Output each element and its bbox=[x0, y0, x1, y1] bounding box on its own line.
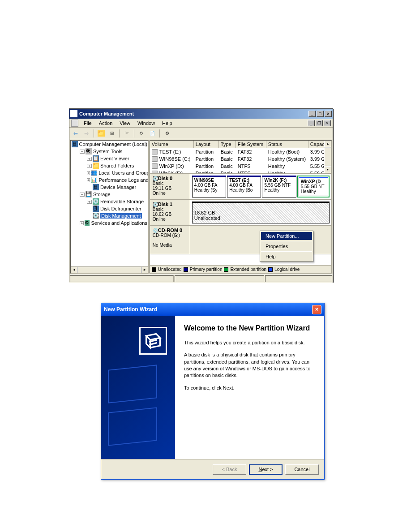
tree-system-tools[interactable]: −🛠System Tools bbox=[71, 148, 148, 155]
scroll-down-button[interactable]: ▼ bbox=[324, 167, 331, 173]
menu-help[interactable]: Help bbox=[162, 120, 172, 126]
tree-pane[interactable]: 🖥Computer Management (Local) −🛠System To… bbox=[70, 140, 149, 274]
partition-winxp[interactable]: WinXP (D5.55 GB NTHealthy bbox=[299, 177, 328, 196]
tree-event-viewer[interactable]: +📋Event Viewer bbox=[71, 155, 148, 162]
menu-view[interactable]: View bbox=[120, 120, 130, 126]
context-menu: New Partition... Properties Help bbox=[260, 231, 313, 262]
defrag-icon: 🗄 bbox=[93, 206, 99, 212]
disk-1-partitions: 18.62 GBUnallocated bbox=[190, 200, 331, 225]
back-button: < Back bbox=[213, 464, 246, 475]
expand-icon[interactable]: + bbox=[87, 164, 92, 168]
cdrom-label: 💿CD-ROM 0 CD-ROM (G:) No Media bbox=[150, 226, 190, 254]
menu-file[interactable]: File bbox=[84, 120, 92, 126]
event-icon: 📋 bbox=[93, 155, 99, 162]
tree-device-mgr[interactable]: 🖥Device Manager bbox=[71, 184, 148, 191]
statusbar bbox=[69, 275, 333, 283]
volume-icon bbox=[152, 156, 158, 162]
tree-removable[interactable]: +💿Removable Storage bbox=[71, 198, 148, 205]
mdi-close-button[interactable]: × bbox=[324, 120, 331, 126]
next-button[interactable]: Next > bbox=[249, 464, 283, 475]
storage-icon: 💾 bbox=[86, 191, 92, 197]
col-type[interactable]: Type bbox=[219, 141, 236, 148]
wizard-button-row: < Back Next > Cancel bbox=[101, 459, 324, 479]
disk-1-label: 💽Disk 1 Basic 18.62 GB Online bbox=[150, 200, 190, 225]
column-headers[interactable]: Volume Layout Type File System Status Ca… bbox=[150, 141, 331, 148]
tree-diskmgmt[interactable]: 💽Disk Management bbox=[71, 212, 148, 219]
unallocated-space[interactable]: 18.62 GBUnallocated bbox=[192, 202, 330, 223]
wizard-title: New Partition Wizard bbox=[104, 306, 157, 313]
expand-icon[interactable]: + bbox=[87, 178, 90, 182]
wizard-titlebar[interactable]: New Partition Wizard × bbox=[101, 303, 324, 316]
ctx-help[interactable]: Help bbox=[261, 253, 312, 261]
disk-0-partitions: WIN98SE4.00 GB FAHealthy (Sy TEST (E:)4.… bbox=[190, 174, 331, 199]
show-hide-button[interactable]: ⊞ bbox=[107, 129, 116, 138]
partition-win2k[interactable]: Win2K (F:)5.56 GB NTFHealthy bbox=[262, 176, 296, 197]
back-button[interactable]: ⇐ bbox=[71, 129, 80, 138]
expand-icon[interactable]: + bbox=[87, 157, 92, 161]
col-layout[interactable]: Layout bbox=[194, 141, 219, 148]
partition-win98se[interactable]: WIN98SE4.00 GB FAHealthy (Sy bbox=[192, 176, 226, 197]
volume-scrollbar[interactable]: ▲ ▼ bbox=[324, 141, 331, 173]
expand-icon[interactable]: + bbox=[87, 200, 92, 204]
col-volume[interactable]: Volume bbox=[150, 141, 194, 148]
properties-button[interactable]: ☞ bbox=[122, 129, 131, 138]
scroll-up-button[interactable]: ▲ bbox=[324, 141, 331, 147]
legend-unalloc-icon bbox=[152, 267, 156, 272]
tree-label: Performance Logs and Alerts bbox=[98, 177, 148, 183]
tree-storage[interactable]: −💾Storage bbox=[71, 191, 148, 198]
tree-defrag[interactable]: 🗄Disk Defragmenter bbox=[71, 205, 148, 212]
ctx-new-partition[interactable]: New Partition... bbox=[261, 232, 312, 240]
expand-icon[interactable]: + bbox=[87, 171, 90, 175]
disk-0-row[interactable]: 💽Disk 0 Basic 19.11 GB Online WIN98SE4.0… bbox=[150, 174, 331, 200]
titlebar[interactable]: Computer Management _ □ × bbox=[69, 109, 333, 119]
tree-label: Shared Folders bbox=[100, 163, 134, 168]
computer-icon: 🖥 bbox=[72, 141, 78, 147]
export-button[interactable]: 📄 bbox=[148, 129, 157, 138]
close-button[interactable]: × bbox=[325, 111, 332, 117]
volume-icon bbox=[152, 171, 158, 174]
mdi-minimize-button[interactable]: _ bbox=[308, 120, 315, 126]
scroll-left-button[interactable]: ◄ bbox=[71, 267, 77, 274]
mdi-restore-button[interactable]: ❐ bbox=[316, 120, 323, 126]
col-fs[interactable]: File System bbox=[236, 141, 266, 148]
tree-local-users[interactable]: +👥Local Users and Groups bbox=[71, 169, 148, 176]
tree-services[interactable]: +⚙Services and Applications bbox=[71, 219, 148, 227]
tree-perf-logs[interactable]: +📊Performance Logs and Alerts bbox=[71, 176, 148, 184]
scroll-right-button[interactable]: ► bbox=[141, 267, 148, 274]
menu-action[interactable]: Action bbox=[99, 120, 113, 126]
cancel-button[interactable]: Cancel bbox=[285, 464, 319, 475]
minimize-button[interactable]: _ bbox=[308, 111, 316, 117]
volume-row[interactable]: WIN98SE (C:) Partition Basic FAT32 Healt… bbox=[150, 155, 331, 163]
forward-button[interactable]: ⇒ bbox=[82, 129, 91, 138]
collapse-icon[interactable]: − bbox=[80, 193, 85, 197]
partition-test[interactable]: TEST (E:)4.00 GB FAHealthy (Bo bbox=[227, 176, 261, 197]
expand-icon[interactable]: + bbox=[80, 221, 84, 225]
menu-window[interactable]: Window bbox=[137, 120, 155, 126]
tree-label: Local Users and Groups bbox=[98, 170, 148, 176]
tree-shared-folders[interactable]: +📁Shared Folders bbox=[71, 162, 148, 169]
tree-root[interactable]: 🖥Computer Management (Local) bbox=[71, 141, 148, 148]
volume-row[interactable]: WinXP (D:) Partition Basic NTFS Healthy … bbox=[150, 163, 331, 170]
tree-label: System Tools bbox=[93, 149, 122, 154]
ctx-properties[interactable]: Properties bbox=[261, 242, 312, 250]
disk-1-row[interactable]: 💽Disk 1 Basic 18.62 GB Online 18.62 GBUn… bbox=[150, 200, 331, 226]
legend-label: Extended partition bbox=[230, 267, 266, 272]
diskmgmt-icon: 💽 bbox=[93, 213, 99, 219]
toolbar: ⇐ ⇒ 📁 ⊞ ☞ ⟳ 📄 ⚙ bbox=[69, 128, 333, 139]
volume-row[interactable]: Win2K (F:) Partition Basic NTFS Healthy … bbox=[150, 170, 331, 174]
col-status[interactable]: Status bbox=[266, 141, 308, 148]
settings-button[interactable]: ⚙ bbox=[163, 129, 171, 138]
window-title: Computer Management bbox=[79, 111, 308, 116]
refresh-button[interactable]: ⟳ bbox=[137, 129, 146, 138]
tools-icon: 🛠 bbox=[86, 148, 92, 154]
scroll-thumb[interactable] bbox=[324, 148, 331, 166]
tree-scrollbar[interactable]: ◄ ► bbox=[71, 266, 148, 273]
maximize-button[interactable]: □ bbox=[317, 111, 324, 117]
volume-list[interactable]: Volume Layout Type File System Status Ca… bbox=[150, 141, 331, 174]
removable-icon: 💿 bbox=[93, 198, 99, 205]
wizard-close-button[interactable]: × bbox=[312, 305, 321, 314]
volume-row[interactable]: TEST (E:) Partition Basic FAT32 Healthy … bbox=[150, 148, 331, 155]
volume-icon bbox=[152, 149, 158, 154]
collapse-icon[interactable]: − bbox=[80, 150, 85, 154]
up-button[interactable]: 📁 bbox=[97, 129, 106, 138]
